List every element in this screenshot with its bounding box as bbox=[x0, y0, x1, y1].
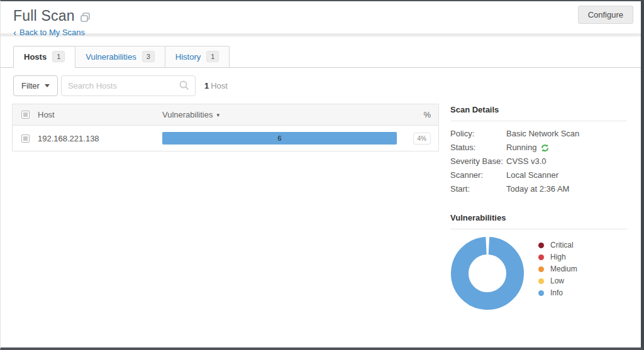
info-dot-icon bbox=[538, 290, 544, 296]
hosts-table: Host Vulnerabilities ▾ % 192.168.221.138… bbox=[12, 104, 439, 151]
refresh-icon[interactable] bbox=[540, 143, 550, 153]
configure-button[interactable]: Configure bbox=[578, 6, 633, 24]
filter-button-label: Filter bbox=[21, 81, 40, 90]
tab-hosts[interactable]: Hosts 1 bbox=[13, 46, 75, 68]
page-title: Full Scan bbox=[13, 8, 75, 25]
chevron-left-icon: ‹ bbox=[13, 29, 16, 36]
host-count-value: 1 bbox=[204, 81, 209, 90]
search-input[interactable] bbox=[61, 75, 196, 96]
back-link-label: Back to My Scans bbox=[19, 28, 85, 37]
detail-row-start: Start: Today at 2:36 AM bbox=[450, 182, 627, 196]
search-icon bbox=[179, 80, 190, 93]
page-header: Full Scan Configure ‹ Back to My Scans bbox=[1, 1, 641, 31]
vulnerability-bar[interactable]: 6 bbox=[162, 132, 397, 145]
donut-segment-info bbox=[458, 244, 517, 303]
vulnerabilities-panel-title: Vulnerabilities bbox=[450, 213, 627, 222]
table-header-row: Host Vulnerabilities ▾ % bbox=[13, 104, 438, 126]
tab-bar: Hosts 1 Vulnerabilities 3 History 1 bbox=[1, 36, 641, 68]
high-dot-icon bbox=[538, 254, 544, 260]
detail-row-scanner: Scanner: Local Scanner bbox=[450, 168, 627, 182]
detail-row-severity-base: Severity Base: CVSS v3.0 bbox=[450, 155, 627, 168]
sort-caret-icon: ▾ bbox=[216, 112, 219, 118]
tab-hosts-label: Hosts bbox=[24, 52, 47, 62]
legend-item-medium: Medium bbox=[538, 263, 577, 275]
detail-row-status: Status: Running bbox=[450, 141, 627, 155]
tab-vulnerabilities[interactable]: Vulnerabilities 3 bbox=[75, 46, 165, 68]
scan-details-title: Scan Details bbox=[450, 105, 627, 114]
tab-history-badge: 1 bbox=[206, 51, 219, 62]
app-window: Full Scan Configure ‹ Back to My Scans H… bbox=[0, 0, 644, 350]
chart-legend: Critical High Medium Low bbox=[538, 239, 577, 310]
select-all-checkbox[interactable] bbox=[21, 111, 30, 119]
tab-vulnerabilities-label: Vulnerabilities bbox=[86, 52, 136, 62]
legend-item-high: High bbox=[538, 251, 577, 263]
vulnerabilities-donut-chart bbox=[450, 236, 525, 310]
tab-hosts-badge: 1 bbox=[52, 51, 65, 62]
tab-history[interactable]: History 1 bbox=[165, 46, 230, 68]
column-header-percent: % bbox=[402, 110, 438, 119]
side-panel: Scan Details Policy: Basic Network Scan … bbox=[450, 105, 627, 310]
row-checkbox[interactable] bbox=[21, 134, 30, 143]
column-header-vulnerabilities[interactable]: Vulnerabilities ▾ bbox=[162, 110, 402, 119]
host-count-label: Host bbox=[211, 81, 228, 90]
legend-item-info: Info bbox=[538, 287, 577, 299]
scan-stack-icon bbox=[80, 12, 91, 23]
tab-history-label: History bbox=[175, 52, 201, 62]
divider bbox=[450, 229, 627, 229]
critical-dot-icon bbox=[538, 243, 544, 248]
host-ip[interactable]: 192.168.221.138 bbox=[38, 134, 162, 143]
tab-vulnerabilities-badge: 3 bbox=[142, 51, 155, 62]
host-count: 1Host bbox=[204, 81, 228, 90]
back-to-my-scans-link[interactable]: ‹ Back to My Scans bbox=[13, 28, 85, 37]
legend-item-critical: Critical bbox=[538, 239, 577, 251]
status-value: Running bbox=[506, 141, 536, 155]
divider bbox=[450, 121, 627, 121]
detail-row-policy: Policy: Basic Network Scan bbox=[450, 127, 627, 141]
column-header-host[interactable]: Host bbox=[38, 110, 162, 119]
scan-progress-badge: 4% bbox=[413, 133, 431, 145]
medium-dot-icon bbox=[538, 266, 544, 272]
caret-down-icon bbox=[45, 84, 50, 87]
low-dot-icon bbox=[538, 278, 544, 284]
legend-item-low: Low bbox=[538, 275, 577, 287]
hosts-toolbar: Filter 1Host bbox=[13, 75, 628, 96]
filter-button[interactable]: Filter bbox=[13, 75, 58, 96]
table-row[interactable]: 192.168.221.138 6 4% bbox=[13, 126, 438, 151]
